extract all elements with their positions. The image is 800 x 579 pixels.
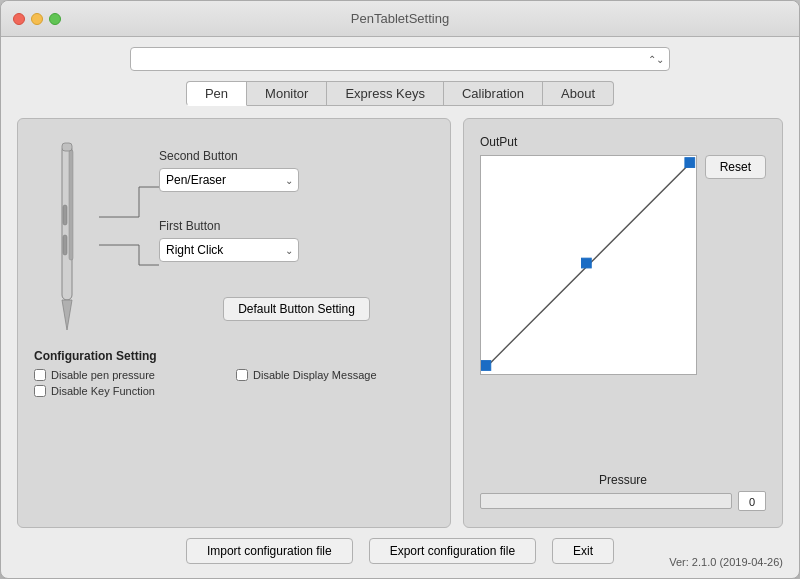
tab-about[interactable]: About: [543, 81, 614, 106]
checkbox-grid: Disable pen pressure Disable Display Mes…: [34, 369, 434, 397]
tab-monitor[interactable]: Monitor: [247, 81, 327, 106]
second-button-select-wrapper: Pen/Eraser Right Click Middle Click None…: [159, 168, 299, 192]
maximize-button[interactable]: [49, 13, 61, 25]
main-area: Second Button Pen/Eraser Right Click Mid…: [17, 118, 783, 528]
reset-btn[interactable]: Reset: [705, 155, 766, 179]
first-button-group: First Button Right Click Left Click Midd…: [159, 219, 434, 262]
main-window: PenTabletSetting ⌃⌄ Pen Monitor Express …: [0, 0, 800, 579]
pen-illustration-col: [34, 135, 99, 335]
svg-rect-14: [581, 258, 591, 268]
connector-lines-col: [99, 135, 159, 335]
close-button[interactable]: [13, 13, 25, 25]
config-section: Configuration Setting Disable pen pressu…: [34, 349, 434, 397]
disable-display-checkbox[interactable]: [236, 369, 248, 381]
pressure-label: Pressure: [480, 473, 766, 487]
first-button-select[interactable]: Right Click Left Click Middle Click None: [159, 238, 299, 262]
disable-pressure-checkbox[interactable]: [34, 369, 46, 381]
curve-svg[interactable]: [480, 155, 697, 375]
traffic-lights: [13, 13, 61, 25]
pressure-section: Pressure 0: [480, 473, 766, 511]
title-bar: PenTabletSetting: [1, 1, 799, 37]
svg-rect-15: [685, 158, 695, 168]
device-select-wrapper: ⌃⌄: [130, 47, 670, 71]
disable-key-checkbox[interactable]: [34, 385, 46, 397]
options-col: Second Button Pen/Eraser Right Click Mid…: [159, 135, 434, 335]
output-label: OutPut: [480, 135, 766, 149]
disable-display-label: Disable Display Message: [253, 369, 377, 381]
disable-key-label: Disable Key Function: [51, 385, 155, 397]
config-title: Configuration Setting: [34, 349, 434, 363]
default-button-row: Default Button Setting: [159, 289, 434, 321]
second-button-group: Second Button Pen/Eraser Right Click Mid…: [159, 149, 434, 192]
bottom-bar: Import configuration file Export configu…: [17, 528, 783, 568]
svg-marker-4: [62, 300, 72, 330]
import-config-btn[interactable]: Import configuration file: [186, 538, 353, 564]
reset-btn-col: Reset: [705, 155, 766, 179]
svg-rect-13: [481, 361, 491, 371]
left-panel: Second Button Pen/Eraser Right Click Mid…: [17, 118, 451, 528]
checkbox-row-display: Disable Display Message: [236, 369, 434, 381]
svg-rect-3: [63, 235, 67, 255]
first-button-label: First Button: [159, 219, 220, 233]
svg-rect-5: [62, 143, 72, 151]
pressure-value: 0: [738, 491, 766, 511]
version-text: Ver: 2.1.0 (2019-04-26): [669, 556, 783, 568]
second-button-label: Second Button: [159, 149, 238, 163]
svg-rect-1: [69, 150, 73, 260]
pen-controls-area: Second Button Pen/Eraser Right Click Mid…: [34, 135, 434, 335]
right-panel: OutPut Reset: [463, 118, 783, 528]
tabs-row: Pen Monitor Express Keys Calibration Abo…: [17, 81, 783, 106]
tab-pen[interactable]: Pen: [186, 81, 247, 106]
export-config-btn[interactable]: Export configuration file: [369, 538, 536, 564]
svg-rect-2: [63, 205, 67, 225]
content-area: ⌃⌄ Pen Monitor Express Keys Calibration …: [1, 37, 799, 578]
curve-area: Reset: [480, 155, 766, 463]
device-select[interactable]: [130, 47, 670, 71]
exit-btn[interactable]: Exit: [552, 538, 614, 564]
default-button-setting-btn[interactable]: Default Button Setting: [223, 297, 370, 321]
checkbox-row-pressure: Disable pen pressure: [34, 369, 232, 381]
tab-express-keys[interactable]: Express Keys: [327, 81, 443, 106]
disable-pressure-label: Disable pen pressure: [51, 369, 155, 381]
checkbox-row-key: Disable Key Function: [34, 385, 232, 397]
tab-calibration[interactable]: Calibration: [444, 81, 543, 106]
window-title: PenTabletSetting: [351, 11, 449, 26]
connector-lines-svg: [99, 135, 159, 335]
pressure-bar: [480, 493, 732, 509]
minimize-button[interactable]: [31, 13, 43, 25]
second-button-select[interactable]: Pen/Eraser Right Click Middle Click None: [159, 168, 299, 192]
device-dropdown-row: ⌃⌄: [17, 47, 783, 71]
pen-svg: [48, 135, 86, 335]
pressure-row: 0: [480, 491, 766, 511]
first-button-select-wrapper: Right Click Left Click Middle Click None…: [159, 238, 299, 262]
